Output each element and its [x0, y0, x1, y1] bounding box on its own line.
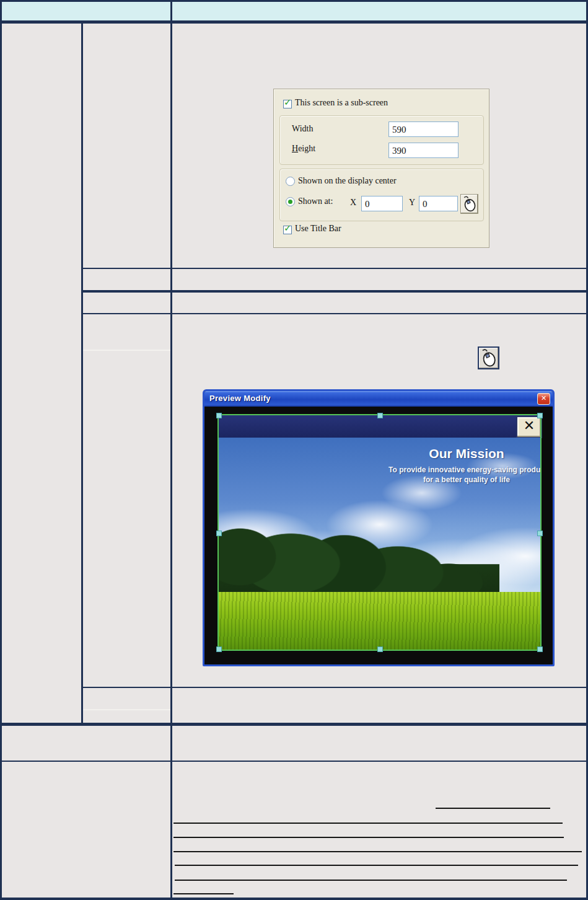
x-label: X [350, 198, 356, 208]
grass-field-image [217, 592, 542, 651]
y-label: Y [409, 198, 415, 208]
window-titlebar[interactable]: Preview Modify ✕ [204, 391, 553, 407]
grid-line [0, 20, 588, 24]
grid-line [81, 687, 588, 689]
selection-handle-bottom-center[interactable] [377, 646, 383, 652]
selection-handle-middle-left[interactable] [216, 531, 222, 536]
subscreen-checkbox-label: This screen is a sub-screen [295, 98, 388, 108]
link-underline[interactable] [175, 865, 578, 866]
selection-handle-bottom-left[interactable] [216, 646, 222, 652]
subscreen-checkbox[interactable]: ✓ [283, 100, 292, 108]
link-underline[interactable] [173, 851, 582, 852]
grid-hairline [83, 350, 170, 351]
mouse-icon [480, 348, 498, 368]
grid-line [0, 0, 2, 900]
grid-line [0, 898, 588, 900]
link-underline[interactable] [436, 808, 550, 809]
grid-line [81, 290, 588, 293]
width-label: Width [292, 124, 313, 134]
pick-position-mouse-button[interactable] [460, 194, 478, 214]
x-input[interactable] [361, 196, 403, 211]
shown-center-label: Shown on the display center [298, 176, 397, 186]
link-underline[interactable] [173, 837, 564, 838]
checkmark-icon: ✓ [284, 98, 292, 107]
use-titlebar-label: Use Title Bar [295, 224, 341, 234]
subscreen-photo[interactable]: Our Mission To provide innovative energy… [217, 438, 542, 651]
mission-subtitle-line2: for a better quality of life [374, 475, 542, 485]
header-cell-left [2, 2, 170, 21]
grid-line [81, 313, 588, 315]
subscreen-close-button[interactable]: ✕ [516, 416, 542, 438]
use-titlebar-checkbox[interactable]: ✓ [283, 226, 292, 234]
link-underline[interactable] [173, 893, 234, 894]
grid-line [170, 2, 172, 898]
grid-line [0, 723, 588, 726]
shown-at-label: Shown at: [298, 196, 333, 206]
height-label-rest: eight [298, 144, 315, 153]
position-group: Shown on the display center Shown at: X … [279, 169, 484, 221]
subscreen-settings-panel: ✓ This screen is a sub-screen Width Heig… [273, 89, 489, 248]
link-underline[interactable] [175, 880, 567, 881]
selection-handle-top-right[interactable] [537, 413, 543, 418]
selection-handle-top-left[interactable] [216, 413, 222, 418]
selection-handle-bottom-right[interactable] [537, 646, 543, 652]
mission-title-text: Our Mission [374, 446, 542, 461]
pick-position-mouse-button-large[interactable] [478, 346, 499, 369]
height-label-accel: H [292, 144, 298, 153]
selection-handle-middle-right[interactable] [537, 531, 543, 536]
shown-center-radio[interactable] [286, 177, 295, 186]
grid-line [586, 0, 588, 900]
treeline-image [217, 526, 499, 595]
y-input[interactable] [419, 196, 458, 211]
grid-line [81, 24, 83, 724]
grid-line [0, 0, 588, 2]
window-close-button[interactable]: ✕ [537, 393, 550, 405]
manual-page: ✓ This screen is a sub-screen Width Heig… [0, 0, 588, 900]
grid-hairline [83, 709, 170, 710]
mouse-icon [462, 195, 477, 213]
mission-subtitle-text: To provide innovative energy-saving prod… [374, 465, 542, 485]
header-cell-right [172, 2, 586, 21]
selection-handle-top-center[interactable] [377, 413, 383, 418]
preview-client-area: ✕ Our Mission To provide innovative ener… [204, 407, 553, 664]
height-label: Height [292, 144, 315, 154]
link-underline[interactable] [173, 823, 563, 824]
width-input[interactable] [388, 121, 459, 137]
size-group: Width Height [279, 115, 484, 165]
window-title: Preview Modify [209, 394, 271, 403]
grid-line [81, 268, 588, 270]
checkmark-icon: ✓ [284, 224, 292, 233]
mission-subtitle-line1: To provide innovative energy-saving prod… [374, 465, 542, 475]
shown-at-radio[interactable] [286, 197, 295, 206]
height-input[interactable] [388, 143, 459, 158]
grid-line [0, 761, 588, 762]
preview-modify-window: Preview Modify ✕ ✕ Our Mission To provid… [203, 389, 555, 666]
